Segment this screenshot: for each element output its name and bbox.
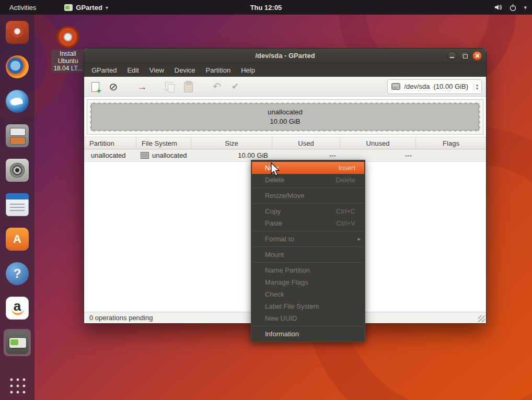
table-column-header[interactable]: Partition	[84, 137, 136, 149]
context-menu-item[interactable]	[253, 203, 363, 204]
context-menu-item[interactable]: New UUID	[252, 312, 364, 324]
cell-flags	[416, 149, 486, 161]
resize-grip[interactable]	[478, 315, 485, 322]
volume-icon[interactable]	[494, 3, 502, 11]
dock-item[interactable]	[4, 157, 31, 184]
table-header: Partition File System Size Used Unused F…	[84, 137, 486, 149]
table-column-header[interactable]: Flags	[416, 137, 486, 149]
copy-button[interactable]	[163, 80, 177, 93]
disk-visual-unallocated[interactable]: unallocated 10.00 GiB	[90, 102, 480, 132]
top-bar: Activities GParted ▾ Thu 12:05 ▾	[0, 0, 532, 15]
context-menu-item[interactable]	[253, 262, 363, 263]
context-menu-item[interactable]: Manage Flags	[252, 276, 364, 288]
desktop-icon-install-ubuntu[interactable]: Install Ubuntu 18.04 LT...	[51, 26, 85, 73]
context-menu-item[interactable]: Check	[252, 288, 364, 300]
context-menu-item[interactable]: Format to ▸	[252, 233, 364, 245]
context-menu-item[interactable]	[253, 231, 363, 231]
table-column-header[interactable]: Used	[272, 137, 340, 149]
libreoffice-writer-icon	[6, 193, 29, 216]
window-controls	[447, 51, 482, 61]
context-menu-item[interactable]: Copy Ctrl+C	[252, 205, 364, 217]
resize-move-button[interactable]: →	[135, 80, 149, 93]
files-icon	[6, 124, 29, 147]
chevron-down-icon: ▾	[106, 5, 108, 10]
installer-icon	[6, 21, 29, 44]
context-menu-item[interactable]: Label File System	[252, 300, 364, 312]
toolbar-buttons: ⊘ → ↶ ✔	[88, 80, 242, 93]
window-titlebar[interactable]: /dev/sda - GParted	[84, 49, 486, 63]
menubar-item[interactable]: Edit	[122, 65, 144, 76]
apply-button[interactable]: ✔	[228, 80, 242, 93]
app-menu[interactable]: GParted ▾	[64, 4, 108, 11]
dock-item[interactable]	[4, 329, 31, 356]
table-column-header[interactable]: File System	[136, 137, 191, 149]
dock-item[interactable]	[4, 122, 31, 149]
cell-partition: unallocated	[84, 149, 136, 161]
undo-button[interactable]: ↶	[210, 80, 224, 93]
activities-button[interactable]: Activities	[5, 2, 40, 14]
menubar-item[interactable]: Help	[236, 65, 260, 76]
context-menu-item[interactable]	[253, 246, 363, 247]
context-menu-item[interactable]	[253, 326, 363, 326]
gparted-icon	[6, 331, 29, 354]
clock[interactable]: Thu 12:05	[250, 4, 282, 11]
table-column-header[interactable]: Size	[191, 137, 272, 149]
dock-item[interactable]: ?	[4, 260, 31, 287]
disk-visual-frame: unallocated 10.00 GiB	[87, 99, 483, 135]
dock-item[interactable]: a	[4, 295, 31, 322]
firefox-icon	[6, 55, 29, 78]
power-icon[interactable]	[509, 4, 517, 11]
context-menu-item[interactable]: Resize/Move	[252, 190, 364, 202]
desktop-icon-label: Install Ubuntu 18.04 LT...	[51, 50, 85, 73]
menubar-item[interactable]: GParted	[86, 65, 122, 76]
dock-item[interactable]	[4, 88, 31, 115]
spin-down-icon[interactable]: ▾	[476, 87, 478, 90]
maximize-button[interactable]	[460, 51, 469, 61]
device-size: (10.00 GiB)	[434, 83, 468, 90]
system-status-area[interactable]: ▾	[494, 3, 527, 11]
new-partition-button[interactable]	[88, 80, 102, 93]
device-name: /dev/sda	[404, 83, 430, 90]
context-menu-item[interactable]: Delete Delete	[252, 174, 364, 186]
dock: A ? a	[0, 15, 34, 400]
partition-context-menu: New Insert Delete Delete Resize/Move Cop…	[251, 160, 365, 342]
device-spinner[interactable]: ▴ ▾	[473, 83, 480, 90]
disk-visual-size: 10.00 GiB	[270, 117, 300, 126]
delete-partition-button[interactable]: ⊘	[107, 80, 120, 93]
context-menu-item[interactable]: Mount	[252, 249, 364, 261]
minimize-button[interactable]	[447, 51, 457, 61]
menubar-item[interactable]: Device	[169, 65, 201, 76]
device-selector[interactable]: /dev/sda (10.00 GiB) ▴ ▾	[387, 79, 482, 94]
drive-icon	[391, 83, 400, 90]
window-title: /dev/sda - GParted	[255, 52, 315, 60]
show-applications-button[interactable]	[8, 376, 27, 395]
context-menu-item[interactable]: Name Partition	[252, 264, 364, 276]
paste-button[interactable]	[181, 80, 195, 93]
menubar-item[interactable]: View	[144, 65, 169, 76]
status-text: 0 operations pending	[89, 314, 153, 322]
menubar: GParted Edit View Device Partition Help	[84, 63, 486, 77]
context-menu-item[interactable]	[253, 187, 363, 188]
dock-item[interactable]	[4, 53, 31, 80]
menubar-item[interactable]: Partition	[201, 65, 236, 76]
disk-visual-label: unallocated	[268, 108, 303, 117]
app-menu-label: GParted	[76, 4, 102, 11]
close-button[interactable]	[472, 51, 482, 61]
install-ubuntu-disc-icon	[56, 26, 79, 48]
dock-item[interactable]: A	[4, 226, 31, 253]
gparted-logo-icon	[64, 4, 73, 11]
toolbar: ⊘ → ↶ ✔ /dev/sda (10.00 GiB) ▴ ▾	[84, 77, 486, 97]
table-column-header[interactable]: Unused	[340, 137, 416, 149]
dock-item[interactable]	[4, 19, 31, 46]
context-menu-item[interactable]: Information	[252, 328, 364, 340]
chevron-down-icon[interactable]: ▾	[524, 4, 527, 11]
rhythmbox-icon	[6, 159, 29, 182]
context-menu-item[interactable]: Paste Ctrl+V	[252, 217, 364, 229]
amazon-icon: a	[6, 297, 29, 320]
dock-item[interactable]	[4, 191, 31, 218]
submenu-arrow-icon: ▸	[355, 236, 361, 242]
help-icon: ?	[6, 262, 29, 285]
dock-items: A ? a	[4, 19, 31, 356]
fs-color-swatch	[141, 152, 149, 159]
context-menu-item[interactable]: New Insert	[252, 162, 364, 174]
